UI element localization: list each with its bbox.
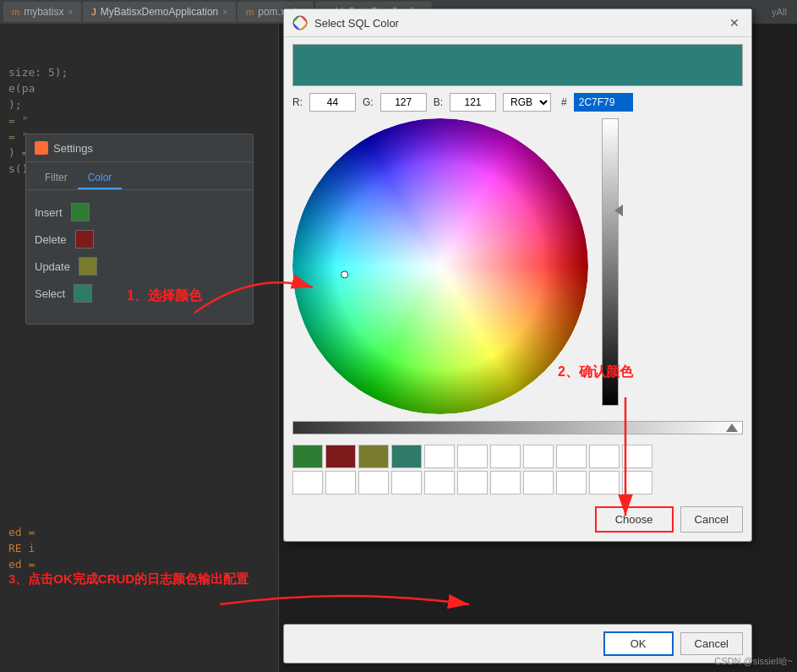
- color-wheel-icon: [292, 15, 308, 30]
- swatch-cell[interactable]: [556, 471, 587, 494]
- color-row-insert: Insert: [35, 199, 244, 226]
- swatch-row-0: [292, 445, 743, 468]
- swatch-select[interactable]: [74, 284, 92, 303]
- color-row-delete: Delete: [35, 226, 244, 253]
- dialog-title-text: Select SQL Color: [314, 17, 399, 30]
- color-mode-select[interactable]: RGB HSB HSL: [503, 93, 551, 112]
- settings-tabs: Filter Color: [26, 162, 253, 190]
- swatch-cell[interactable]: [424, 471, 455, 494]
- arrow-step3: [211, 583, 482, 626]
- annotation-step2: 2、确认颜色: [558, 363, 633, 381]
- swatch-cell[interactable]: [424, 445, 455, 468]
- swatch-delete[interactable]: [75, 230, 94, 249]
- brightness-thumb: [614, 205, 623, 216]
- tab-mybatisx[interactable]: m mybatisx ×: [3, 2, 81, 22]
- swatch-cell[interactable]: [556, 445, 587, 468]
- swatch-cell[interactable]: [490, 445, 521, 468]
- tab-mybatisxdemo[interactable]: J MyBatisxDemoApplication ×: [83, 2, 236, 22]
- swatch-row-1: [292, 471, 743, 494]
- swatch-cell[interactable]: [457, 445, 488, 468]
- g-input[interactable]: [380, 93, 427, 112]
- r-label: R:: [292, 96, 303, 108]
- swatch-cell[interactable]: [292, 445, 323, 468]
- dialog-buttons: Choose Cancel: [284, 501, 751, 541]
- swatch-cell[interactable]: [523, 445, 554, 468]
- swatch-cell[interactable]: [457, 471, 488, 494]
- swatches-area: [284, 441, 751, 501]
- g-label: G:: [363, 96, 374, 108]
- alpha-thumb: [726, 423, 738, 432]
- color-preview-strip: [292, 44, 743, 86]
- tab-color[interactable]: Color: [78, 167, 123, 189]
- hex-input[interactable]: [574, 93, 633, 112]
- swatch-cell[interactable]: [292, 471, 323, 494]
- color-picker-dialog: Select SQL Color ✕ R: G: B: RGB HSB HSL …: [283, 8, 752, 542]
- cancel-button[interactable]: Cancel: [680, 506, 743, 533]
- settings-title: Settings: [26, 134, 253, 162]
- brightness-track[interactable]: [602, 118, 619, 406]
- settings-label: Settings: [53, 142, 93, 155]
- color-wheel[interactable]: [292, 118, 588, 414]
- swatch-update[interactable]: [79, 257, 97, 276]
- settings-icon: [35, 141, 48, 155]
- r-input[interactable]: [309, 93, 356, 112]
- swatch-cell[interactable]: [391, 445, 422, 468]
- b-input[interactable]: [450, 93, 496, 112]
- settings-ok-dialog: OK Cancel: [283, 624, 752, 664]
- swatch-cell[interactable]: [325, 471, 356, 494]
- b-label: B:: [434, 96, 443, 108]
- swatch-cell[interactable]: [325, 445, 356, 468]
- color-wheel-area: [284, 118, 751, 421]
- ok-cancel-button[interactable]: Cancel: [680, 632, 743, 655]
- arrow-step1: [186, 254, 321, 321]
- swatch-cell[interactable]: [358, 471, 389, 494]
- swatch-cell[interactable]: [391, 471, 422, 494]
- swatch-cell[interactable]: [358, 445, 389, 468]
- rgb-inputs-row: R: G: B: RGB HSB HSL #: [284, 93, 751, 118]
- swatch-insert[interactable]: [71, 203, 90, 221]
- color-wheel-canvas[interactable]: [292, 118, 588, 414]
- arrow-step2: [600, 397, 668, 533]
- ok-button[interactable]: OK: [603, 631, 674, 656]
- dialog-title-left: Select SQL Color: [292, 15, 399, 30]
- dialog-close-button[interactable]: ✕: [726, 14, 743, 31]
- swatch-cell[interactable]: [523, 471, 554, 494]
- alpha-track[interactable]: [292, 421, 743, 434]
- tab-filter[interactable]: Filter: [35, 167, 78, 189]
- watermark: CSDN @sissiel哈~: [714, 655, 793, 668]
- alpha-slider-row: [292, 421, 743, 434]
- hex-label: #: [561, 96, 567, 108]
- swatch-cell[interactable]: [490, 471, 521, 494]
- dialog-title-bar: Select SQL Color ✕: [284, 9, 751, 37]
